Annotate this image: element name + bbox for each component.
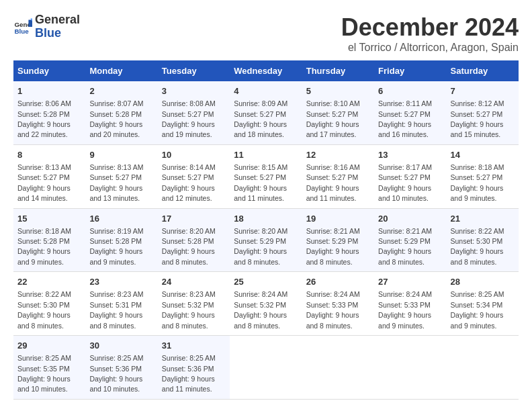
calendar-cell: 28 Sunrise: 8:25 AMSunset: 5:34 PMDaylig… [447, 272, 519, 336]
calendar-cell: 25 Sunrise: 8:24 AMSunset: 5:32 PMDaylig… [230, 272, 302, 336]
sunrise-text: Sunrise: 8:18 AMSunset: 5:28 PMDaylight:… [17, 227, 71, 266]
day-number: 5 [306, 85, 370, 97]
calendar-cell: 6 Sunrise: 8:11 AMSunset: 5:27 PMDayligh… [374, 81, 446, 144]
sunrise-text: Sunrise: 8:20 AMSunset: 5:29 PMDaylight:… [234, 227, 287, 266]
day-number: 31 [162, 340, 226, 352]
calendar-cell: 18 Sunrise: 8:20 AMSunset: 5:29 PMDaylig… [230, 208, 302, 272]
day-number: 28 [451, 276, 515, 288]
day-number: 22 [17, 276, 81, 288]
calendar-cell: 15 Sunrise: 8:18 AMSunset: 5:28 PMDaylig… [13, 208, 85, 272]
sunrise-text: Sunrise: 8:25 AMSunset: 5:35 PMDaylight:… [17, 354, 71, 393]
calendar-cell: 24 Sunrise: 8:23 AMSunset: 5:32 PMDaylig… [158, 272, 230, 336]
day-of-week-header: Wednesday [230, 60, 302, 81]
sunrise-text: Sunrise: 8:20 AMSunset: 5:28 PMDaylight:… [162, 227, 216, 266]
calendar-cell: 17 Sunrise: 8:20 AMSunset: 5:28 PMDaylig… [158, 208, 230, 272]
calendar-cell: 22 Sunrise: 8:22 AMSunset: 5:30 PMDaylig… [13, 272, 85, 336]
subtitle: el Torrico / Altorricon, Aragon, Spain [341, 42, 519, 54]
calendar-cell [230, 336, 302, 400]
logo-blue-text: Blue [35, 27, 80, 40]
day-number: 14 [451, 149, 515, 161]
calendar-week-row: 22 Sunrise: 8:22 AMSunset: 5:30 PMDaylig… [13, 272, 519, 336]
calendar-cell: 26 Sunrise: 8:24 AMSunset: 5:33 PMDaylig… [302, 272, 374, 336]
day-number: 23 [89, 276, 153, 288]
title-area: December 2024 el Torrico / Altorricon, A… [341, 13, 519, 54]
sunrise-text: Sunrise: 8:22 AMSunset: 5:30 PMDaylight:… [451, 227, 504, 266]
calendar-week-row: 8 Sunrise: 8:13 AMSunset: 5:27 PMDayligh… [13, 144, 519, 208]
day-number: 20 [378, 213, 442, 225]
calendar-week-row: 1 Sunrise: 8:06 AMSunset: 5:28 PMDayligh… [13, 81, 519, 144]
calendar-week-row: 29 Sunrise: 8:25 AMSunset: 5:35 PMDaylig… [13, 336, 519, 400]
svg-marker-2 [28, 19, 32, 27]
sunrise-text: Sunrise: 8:25 AMSunset: 5:34 PMDaylight:… [451, 290, 504, 329]
sunrise-text: Sunrise: 8:25 AMSunset: 5:36 PMDaylight:… [89, 354, 143, 393]
day-number: 26 [306, 276, 370, 288]
day-number: 30 [89, 340, 153, 352]
calendar-cell: 12 Sunrise: 8:16 AMSunset: 5:27 PMDaylig… [302, 144, 374, 208]
calendar-cell: 1 Sunrise: 8:06 AMSunset: 5:28 PMDayligh… [13, 81, 85, 144]
day-number: 18 [234, 213, 298, 225]
sunrise-text: Sunrise: 8:16 AMSunset: 5:27 PMDaylight:… [306, 163, 360, 202]
sunrise-text: Sunrise: 8:18 AMSunset: 5:27 PMDaylight:… [451, 163, 504, 202]
calendar-table: SundayMondayTuesdayWednesdayThursdayFrid… [13, 60, 519, 400]
day-number: 25 [234, 276, 298, 288]
svg-text:Blue: Blue [14, 28, 29, 35]
day-number: 2 [89, 85, 153, 97]
day-number: 9 [89, 149, 153, 161]
calendar-cell: 27 Sunrise: 8:24 AMSunset: 5:33 PMDaylig… [374, 272, 446, 336]
day-number: 3 [162, 85, 226, 97]
calendar-cell: 31 Sunrise: 8:25 AMSunset: 5:36 PMDaylig… [158, 336, 230, 400]
calendar-cell: 3 Sunrise: 8:08 AMSunset: 5:27 PMDayligh… [158, 81, 230, 144]
day-number: 16 [89, 213, 153, 225]
sunrise-text: Sunrise: 8:11 AMSunset: 5:27 PMDaylight:… [378, 99, 432, 138]
day-number: 1 [17, 85, 81, 97]
day-number: 6 [378, 85, 442, 97]
calendar-cell: 2 Sunrise: 8:07 AMSunset: 5:28 PMDayligh… [85, 81, 157, 144]
calendar-cell: 19 Sunrise: 8:21 AMSunset: 5:29 PMDaylig… [302, 208, 374, 272]
sunrise-text: Sunrise: 8:08 AMSunset: 5:27 PMDaylight:… [162, 99, 216, 138]
logo-icon: General Blue [13, 17, 32, 36]
sunrise-text: Sunrise: 8:17 AMSunset: 5:27 PMDaylight:… [378, 163, 432, 202]
day-number: 21 [451, 213, 515, 225]
logo: General Blue General Blue [13, 13, 80, 40]
calendar-cell: 9 Sunrise: 8:13 AMSunset: 5:27 PMDayligh… [85, 144, 157, 208]
header: General Blue General Blue December 2024 … [13, 13, 519, 54]
calendar-cell: 11 Sunrise: 8:15 AMSunset: 5:27 PMDaylig… [230, 144, 302, 208]
sunrise-text: Sunrise: 8:12 AMSunset: 5:27 PMDaylight:… [451, 99, 504, 138]
sunrise-text: Sunrise: 8:15 AMSunset: 5:27 PMDaylight:… [234, 163, 287, 202]
calendar-cell: 14 Sunrise: 8:18 AMSunset: 5:27 PMDaylig… [447, 144, 519, 208]
sunrise-text: Sunrise: 8:24 AMSunset: 5:33 PMDaylight:… [306, 290, 360, 329]
calendar-cell: 20 Sunrise: 8:21 AMSunset: 5:29 PMDaylig… [374, 208, 446, 272]
main-title: December 2024 [341, 13, 519, 42]
sunrise-text: Sunrise: 8:25 AMSunset: 5:36 PMDaylight:… [162, 354, 216, 393]
calendar-cell: 30 Sunrise: 8:25 AMSunset: 5:36 PMDaylig… [85, 336, 157, 400]
day-of-week-header: Saturday [447, 60, 519, 81]
calendar-cell [374, 336, 446, 400]
sunrise-text: Sunrise: 8:13 AMSunset: 5:27 PMDaylight:… [17, 163, 71, 202]
sunrise-text: Sunrise: 8:09 AMSunset: 5:27 PMDaylight:… [234, 99, 287, 138]
calendar-cell: 29 Sunrise: 8:25 AMSunset: 5:35 PMDaylig… [13, 336, 85, 400]
sunrise-text: Sunrise: 8:21 AMSunset: 5:29 PMDaylight:… [378, 227, 432, 266]
sunrise-text: Sunrise: 8:22 AMSunset: 5:30 PMDaylight:… [17, 290, 71, 329]
sunrise-text: Sunrise: 8:19 AMSunset: 5:28 PMDaylight:… [89, 227, 143, 266]
day-number: 27 [378, 276, 442, 288]
calendar-cell: 13 Sunrise: 8:17 AMSunset: 5:27 PMDaylig… [374, 144, 446, 208]
sunrise-text: Sunrise: 8:24 AMSunset: 5:32 PMDaylight:… [234, 290, 287, 329]
day-number: 15 [17, 213, 81, 225]
calendar-body: 1 Sunrise: 8:06 AMSunset: 5:28 PMDayligh… [13, 81, 519, 399]
calendar-header: SundayMondayTuesdayWednesdayThursdayFrid… [13, 60, 519, 81]
day-number: 10 [162, 149, 226, 161]
sunrise-text: Sunrise: 8:21 AMSunset: 5:29 PMDaylight:… [306, 227, 360, 266]
logo-general-text: General [35, 13, 80, 27]
calendar-cell: 10 Sunrise: 8:14 AMSunset: 5:27 PMDaylig… [158, 144, 230, 208]
calendar-cell: 8 Sunrise: 8:13 AMSunset: 5:27 PMDayligh… [13, 144, 85, 208]
day-number: 19 [306, 213, 370, 225]
day-number: 7 [451, 85, 515, 97]
calendar-cell: 23 Sunrise: 8:23 AMSunset: 5:31 PMDaylig… [85, 272, 157, 336]
day-number: 12 [306, 149, 370, 161]
calendar-cell: 4 Sunrise: 8:09 AMSunset: 5:27 PMDayligh… [230, 81, 302, 144]
sunrise-text: Sunrise: 8:13 AMSunset: 5:27 PMDaylight:… [89, 163, 143, 202]
sunrise-text: Sunrise: 8:23 AMSunset: 5:32 PMDaylight:… [162, 290, 216, 329]
sunrise-text: Sunrise: 8:24 AMSunset: 5:33 PMDaylight:… [378, 290, 432, 329]
calendar-cell: 16 Sunrise: 8:19 AMSunset: 5:28 PMDaylig… [85, 208, 157, 272]
calendar-cell [302, 336, 374, 400]
